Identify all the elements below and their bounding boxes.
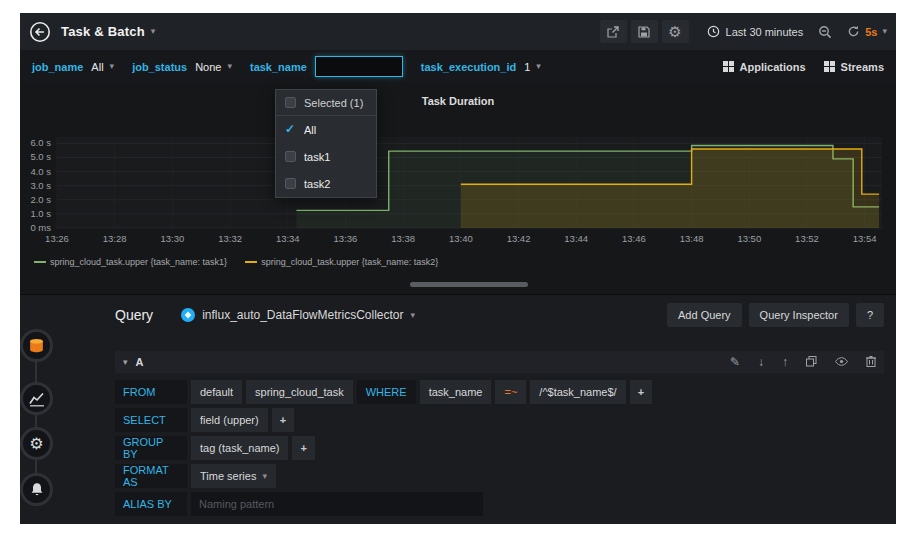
dropdown-option-all[interactable]: ✓All xyxy=(276,116,376,143)
edit-icon[interactable]: ✎ xyxy=(730,356,740,368)
collapse-caret-icon: ▾ xyxy=(123,357,128,367)
datasource-name: influx_auto_DataFlowMetricsCollector xyxy=(202,308,403,322)
datasource-picker[interactable]: influx_auto_DataFlowMetricsCollector ▾ xyxy=(181,308,415,322)
add-group-by-button[interactable]: + xyxy=(292,436,314,460)
settings-button[interactable]: ⚙ xyxy=(662,20,689,43)
add-select-button[interactable]: + xyxy=(272,408,294,432)
add-query-button[interactable]: Add Query xyxy=(667,303,742,327)
link-applications[interactable]: Applications xyxy=(723,61,806,73)
group-by-tag-pill[interactable]: tag (task_name) xyxy=(191,436,288,460)
save-button[interactable] xyxy=(631,20,658,43)
task-duration-chart[interactable]: 13:2613:2813:3013:3213:3413:3613:3813:40… xyxy=(20,109,896,259)
share-icon xyxy=(607,26,619,38)
move-up-icon[interactable]: ↑ xyxy=(782,356,788,368)
svg-text:13:50: 13:50 xyxy=(737,233,761,244)
refresh-picker[interactable]: 5s ▾ xyxy=(847,25,887,38)
select-keyword: SELECT xyxy=(115,408,187,432)
tab-queries[interactable] xyxy=(20,329,53,362)
query-inspector-button[interactable]: Query Inspector xyxy=(749,303,849,327)
panel-editor: ⚙ Query influx_auto_DataFlowMetricsColle… xyxy=(20,294,896,524)
variable-label: job_name xyxy=(32,61,83,73)
svg-text:3.0 s: 3.0 s xyxy=(30,180,51,191)
variable-label: task_name xyxy=(250,61,307,73)
from-measurement-pill[interactable]: spring_cloud_task xyxy=(246,380,353,404)
gear-icon: ⚙ xyxy=(29,436,43,452)
legend-series-color xyxy=(34,261,46,263)
where-keyword: WHERE xyxy=(357,380,416,404)
back-arrow-icon xyxy=(29,21,51,43)
clock-icon xyxy=(707,25,720,38)
variable-task-name: task_name xyxy=(250,56,403,77)
dashboard-title-menu[interactable]: Task & Batch ▾ xyxy=(61,24,155,39)
alias-by-keyword: ALIAS BY xyxy=(115,492,187,516)
time-range-picker[interactable]: Last 30 minutes xyxy=(707,25,804,38)
submenu: job_name All ▾ job_status None ▾ task_na… xyxy=(20,50,896,83)
move-down-icon[interactable]: ↓ xyxy=(758,356,764,368)
variable-job-name-value[interactable]: All ▾ xyxy=(91,61,114,73)
from-policy-pill[interactable]: default xyxy=(191,380,242,404)
dropdown-option-task1[interactable]: task1 xyxy=(276,143,376,170)
variable-label: job_status xyxy=(132,61,187,73)
svg-text:5.0 s: 5.0 s xyxy=(30,151,51,162)
legend-item[interactable]: spring_cloud_task.upper {task_name: task… xyxy=(245,257,438,267)
legend-series-name: spring_cloud_task.upper {task_name: task… xyxy=(261,257,438,267)
grafana-dashboard: Task & Batch ▾ ⚙ Last 30 minutes 5s ▾ jo… xyxy=(20,13,896,524)
toggle-visibility-icon[interactable] xyxy=(835,356,848,368)
legend-item[interactable]: spring_cloud_task.upper {task_name: task… xyxy=(34,257,227,267)
format-as-select[interactable]: Time series ▾ xyxy=(191,464,276,488)
gear-icon: ⚙ xyxy=(668,24,681,39)
query-a-header[interactable]: ▾ A ✎ ↓ ↑ xyxy=(115,351,884,373)
query-row-from: FROM default spring_cloud_task WHERE tas… xyxy=(115,380,884,404)
dropdown-option-label: All xyxy=(304,124,316,136)
select-field-pill[interactable]: field (upper) xyxy=(191,408,268,432)
svg-text:0 ms: 0 ms xyxy=(30,222,51,233)
back-button[interactable] xyxy=(29,21,51,43)
format-as-value: Time series xyxy=(200,470,256,482)
query-header-buttons: Add Query Query Inspector ? xyxy=(667,303,884,327)
query-rows: FROM default spring_cloud_task WHERE tas… xyxy=(115,380,884,516)
chevron-down-icon: ▾ xyxy=(882,27,887,36)
dropdown-selected-header[interactable]: Selected (1) xyxy=(276,90,376,116)
tab-alert[interactable] xyxy=(20,473,53,506)
task-name-dropdown: Selected (1) ✓Alltask1task2 xyxy=(275,89,377,198)
refresh-interval-label: 5s xyxy=(865,26,877,38)
query-row-alias-by: ALIAS BY xyxy=(115,492,884,516)
variable-value-text: None xyxy=(195,61,221,73)
query-row-select: SELECT field (upper) + xyxy=(115,408,884,432)
svg-text:13:28: 13:28 xyxy=(103,233,127,244)
add-where-condition-button[interactable]: + xyxy=(630,380,652,404)
format-as-keyword: FORMAT AS xyxy=(115,464,187,488)
magnifier-minus-icon xyxy=(818,25,832,39)
variable-task-execution-id-value[interactable]: 1 ▾ xyxy=(524,61,541,73)
where-value-pill[interactable]: /^$task_name$/ xyxy=(530,380,625,404)
svg-text:13:38: 13:38 xyxy=(391,233,415,244)
variable-job-name: job_name All ▾ xyxy=(32,61,114,73)
svg-text:13:26: 13:26 xyxy=(45,233,69,244)
variable-job-status-value[interactable]: None ▾ xyxy=(195,61,232,73)
legend-series-color xyxy=(245,261,257,263)
where-field-pill[interactable]: task_name xyxy=(420,380,492,404)
duplicate-icon[interactable] xyxy=(806,356,817,369)
alias-by-input[interactable] xyxy=(191,492,483,516)
horizontal-scrollbar[interactable] xyxy=(410,282,528,287)
help-button[interactable]: ? xyxy=(856,303,884,327)
bell-icon xyxy=(30,482,44,497)
dropdown-option-label: task1 xyxy=(304,151,330,163)
chevron-down-icon: ▾ xyxy=(536,62,541,71)
refresh-icon xyxy=(847,25,860,38)
link-streams[interactable]: Streams xyxy=(824,61,884,73)
zoom-out-button[interactable] xyxy=(818,25,832,39)
where-operator-pill[interactable]: =~ xyxy=(495,380,526,404)
task-name-input[interactable] xyxy=(315,56,403,77)
tab-visualization[interactable] xyxy=(20,382,53,415)
dashboard-links: Applications Streams xyxy=(723,61,884,73)
share-button[interactable] xyxy=(600,20,627,43)
database-icon xyxy=(28,337,45,354)
dropdown-option-task2[interactable]: task2 xyxy=(276,170,376,197)
panel-title[interactable]: Task Duration xyxy=(20,95,896,107)
delete-icon[interactable] xyxy=(866,355,876,369)
tab-general[interactable]: ⚙ xyxy=(20,427,53,460)
svg-text:13:32: 13:32 xyxy=(218,233,242,244)
svg-text:13:48: 13:48 xyxy=(680,233,704,244)
svg-text:13:30: 13:30 xyxy=(160,233,184,244)
